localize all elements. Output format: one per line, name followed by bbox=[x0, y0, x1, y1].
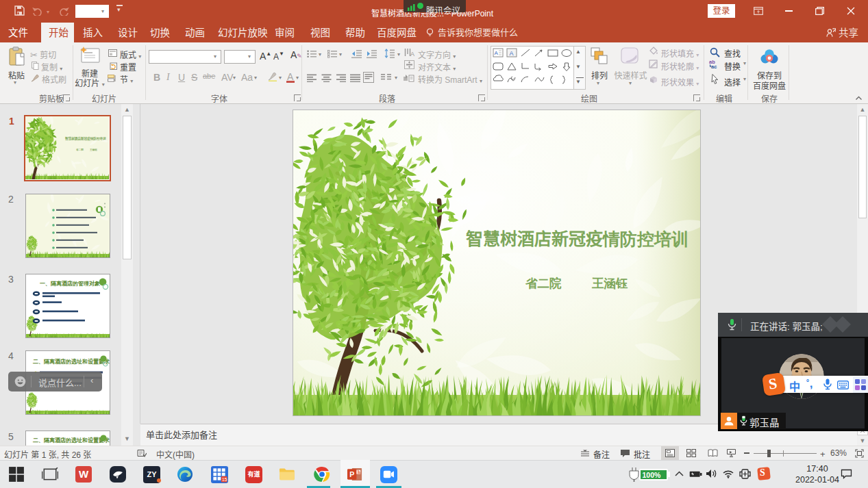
svg-text:P: P bbox=[349, 470, 354, 478]
svg-text:智慧树酒店新冠疫情防控培训: 智慧树酒店新冠疫情防控培训 bbox=[65, 136, 106, 141]
svg-text:王涵钰: 王涵钰 bbox=[591, 277, 628, 290]
svg-text:A: A bbox=[410, 51, 414, 57]
svg-text:智慧树酒店新冠疫情防控培训: 智慧树酒店新冠疫情防控培训 bbox=[466, 229, 689, 248]
svg-text:100%: 100% bbox=[643, 471, 662, 479]
svg-text:二、隔离酒店的选址和设置要求: 二、隔离酒店的选址和设置要求 bbox=[33, 437, 110, 444]
svg-text:王涵钰: 王涵钰 bbox=[89, 148, 97, 151]
svg-text:ac: ac bbox=[711, 64, 717, 69]
svg-text:二、隔离酒店的选址和设置要求: 二、隔离酒店的选址和设置要求 bbox=[33, 358, 110, 365]
svg-text:省二院: 省二院 bbox=[75, 148, 84, 151]
svg-text:省二院: 省二院 bbox=[525, 277, 562, 290]
svg-text:一、隔离酒店的管理对象: 一、隔离酒店的管理对象 bbox=[40, 280, 101, 287]
svg-text:A: A bbox=[495, 50, 499, 56]
svg-text:A: A bbox=[510, 50, 514, 57]
svg-text:15: 15 bbox=[222, 477, 227, 482]
